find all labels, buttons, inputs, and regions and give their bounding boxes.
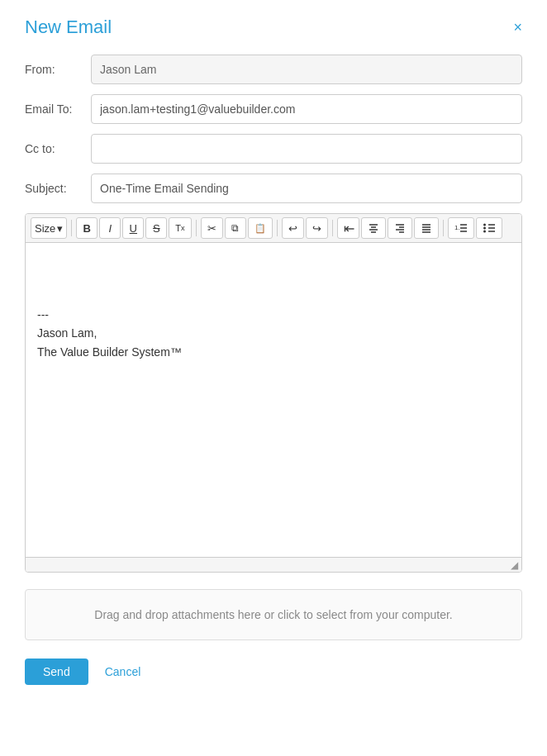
from-label: From: [25, 63, 91, 76]
attachment-text: Drag and drop attachments here or click … [94, 608, 452, 621]
from-row: From: [25, 55, 522, 84]
align-left-button[interactable]: ⇤ [337, 217, 359, 239]
italic-button[interactable]: I [99, 217, 121, 239]
unordered-list-button[interactable] [476, 217, 502, 239]
editor-resize-handle: ◢ [26, 557, 521, 572]
footer-buttons: Send Cancel [25, 659, 522, 685]
from-input [91, 55, 522, 84]
subject-label: Subject: [25, 182, 91, 195]
toolbar-sep-1 [71, 220, 72, 236]
clear-format-button[interactable]: Tx [169, 217, 191, 239]
email-to-label: Email To: [25, 102, 91, 116]
new-email-modal: New Email × From: Email To: Cc to: Subje… [0, 0, 547, 756]
subject-input[interactable] [91, 174, 522, 203]
underline-button[interactable]: U [122, 217, 144, 239]
editor-container: Size ▾ B I U S Tx ✂ ⧉ 📋 ↩ ↪ ⇤ [25, 213, 522, 573]
email-to-row: Email To: [25, 94, 522, 124]
cc-to-label: Cc to: [25, 142, 91, 155]
size-chevron-icon: ▾ [57, 222, 63, 235]
size-label: Size [35, 222, 55, 235]
svg-text:1.: 1. [454, 224, 460, 231]
align-center-button[interactable] [361, 217, 386, 239]
editor-toolbar: Size ▾ B I U S Tx ✂ ⧉ 📋 ↩ ↪ ⇤ [26, 214, 521, 243]
align-right-button[interactable] [388, 217, 412, 239]
modal-header: New Email × [25, 17, 522, 38]
svg-point-18 [483, 231, 486, 233]
ordered-list-button[interactable]: 1. [448, 217, 474, 239]
resize-icon: ◢ [511, 559, 518, 571]
toolbar-sep-3 [277, 220, 278, 236]
signature-dash: --- [37, 306, 510, 324]
toolbar-sep-5 [443, 220, 444, 236]
cc-to-input[interactable] [91, 134, 522, 164]
svg-point-17 [483, 227, 486, 230]
cc-to-row: Cc to: [25, 134, 522, 164]
copy-button[interactable]: ⧉ [225, 217, 246, 239]
cancel-button[interactable]: Cancel [105, 665, 141, 678]
subject-row: Subject: [25, 174, 522, 203]
attachment-area[interactable]: Drag and drop attachments here or click … [25, 589, 522, 640]
modal-title: New Email [25, 17, 112, 38]
bold-button[interactable]: B [76, 217, 98, 239]
toolbar-sep-4 [332, 220, 333, 236]
send-button[interactable]: Send [25, 659, 88, 685]
strikethrough-button[interactable]: S [145, 217, 167, 239]
editor-signature: --- Jason Lam, The Value Builder System™ [37, 306, 510, 361]
toolbar-sep-2 [196, 220, 197, 236]
signature-company: The Value Builder System™ [37, 343, 510, 361]
signature-name: Jason Lam, [37, 324, 510, 342]
cut-button[interactable]: ✂ [201, 217, 223, 239]
size-dropdown[interactable]: Size ▾ [31, 217, 67, 239]
close-button[interactable]: × [513, 20, 522, 35]
svg-point-16 [483, 224, 486, 226]
redo-button[interactable]: ↪ [306, 217, 328, 239]
undo-button[interactable]: ↩ [282, 217, 304, 239]
paste-button[interactable]: 📋 [248, 217, 273, 239]
align-justify-button[interactable] [414, 217, 439, 239]
email-to-input[interactable] [91, 94, 522, 124]
editor-body[interactable]: --- Jason Lam, The Value Builder System™ [26, 243, 521, 557]
